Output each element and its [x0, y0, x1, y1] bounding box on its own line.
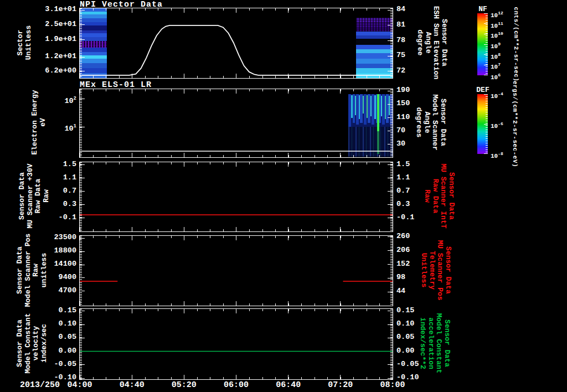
- p5-ytick-label: 0.15: [35, 306, 76, 315]
- p2-ytick-label: 110: [396, 113, 431, 122]
- nf-colorbar-tick-label: 1010: [491, 30, 503, 39]
- p1-ytick-label: 3.1e+01: [35, 5, 76, 14]
- colorbar-major-tick: [484, 23, 488, 24]
- colorbar-major-tick: [484, 94, 488, 95]
- p2-ytick-label: 30: [396, 140, 431, 148]
- p2-ytick-label: 70: [396, 126, 431, 135]
- colorbar-major-tick: [484, 124, 488, 125]
- def-colorbar: [477, 94, 488, 154]
- p3-ytick-label: 1.5: [35, 160, 76, 169]
- panel-mu-scanner-30v: [79, 162, 393, 232]
- axis-label-line: Sensor Data: [16, 313, 24, 373]
- nf-colorbar-tick-label: 1011: [491, 20, 503, 29]
- axis-label-line: Sensor Data: [18, 163, 27, 228]
- x-tick-label: 04:00: [56, 380, 103, 390]
- p5-ytick-label: 0.05: [396, 333, 431, 342]
- x-tick-label: 05:20: [161, 380, 207, 390]
- p4-ytick-label: 260: [396, 232, 431, 241]
- p5-ytick-label: 0.10: [396, 319, 431, 328]
- p1-ytick-label: 72: [396, 66, 431, 75]
- x-tick-label: 06:00: [213, 380, 260, 390]
- colorbar-major-tick: [484, 65, 488, 65]
- axis-label-line: Sensor Data: [439, 94, 447, 150]
- p1-ytick-label: 1.9e+01: [35, 35, 76, 44]
- p4-series-layer: [80, 236, 393, 306]
- axis-label-line: Sensor Data: [16, 234, 24, 307]
- axis-label-line: ESH Sun Elevation: [432, 6, 440, 80]
- nf-colorbar: [477, 13, 488, 75]
- x-tick-label: 06:40: [265, 380, 312, 390]
- p4-ytick-label: 152: [396, 260, 431, 269]
- axis-label-line: MU Scanner Pos: [436, 240, 444, 300]
- p5-ytick-label: 0.05: [35, 333, 76, 342]
- axis-label-line: Sensor Data: [444, 240, 452, 300]
- p2-ytick-label: 101: [35, 122, 76, 133]
- p3-ytick-label: 0.7: [396, 187, 431, 195]
- axis-label-line: Sensor Data: [443, 313, 451, 373]
- p1-series-layer: [80, 8, 393, 78]
- panel1-title: NPI Vector Data: [80, 0, 163, 9]
- p3-ytick-label: 1.1: [35, 173, 76, 182]
- p3-ytick-label: 0.7: [35, 187, 76, 195]
- x-tick-label: 08:00: [369, 380, 416, 390]
- p1-ytick-label: 84: [396, 5, 431, 14]
- nf-colorbar-tick-label: 109: [491, 41, 501, 50]
- axis-label-line: Raw: [32, 234, 40, 307]
- p2-ytick-label: 190: [396, 86, 431, 95]
- p5-series-layer: [80, 309, 393, 379]
- p1-ytick-label: 6.2e+00: [35, 66, 76, 75]
- p1-ytick-label: 81: [396, 20, 431, 29]
- axis-label-line: Model Constant: [435, 313, 443, 373]
- def-colorbar-unit: ergs/(cm**2-sr-sec-eV): [511, 81, 519, 167]
- axis-label-line: MU Scanner IntT: [439, 163, 447, 228]
- p4-ytick-label: 18800: [35, 246, 76, 255]
- axis-label-line: Sensor Data: [447, 163, 456, 228]
- colorbar-major-tick: [484, 54, 488, 55]
- p3-ytick-label: 1.5: [396, 160, 431, 169]
- x-tick-label: 04:40: [109, 380, 155, 390]
- p5-ytick-label: 0.00: [35, 347, 76, 355]
- unit-text: cnts/(cm**2-sr-sec): [512, 7, 520, 82]
- p3-ytick-label: -0.1: [396, 213, 431, 222]
- p5-ytick-label: -0.05: [35, 360, 76, 369]
- colorbar-major-tick: [484, 13, 488, 14]
- axis-label-line: Model Scanner: [431, 94, 439, 150]
- axis-label-line: Model Scanner Pos: [24, 234, 33, 307]
- axis-label-line: Sector: [17, 25, 25, 60]
- x-tick-label: 07:20: [317, 380, 364, 390]
- def-colorbar-tick-label: 10-8: [491, 151, 503, 159]
- axis-label-line: Unitless: [24, 25, 33, 60]
- p1-ytick-label: 1.2e+01: [35, 52, 76, 61]
- p5-ytick-label: -0.05: [396, 360, 431, 369]
- nf-colorbar-tick-label: 1012: [491, 10, 503, 19]
- panel-model-constant: [79, 308, 393, 380]
- colorbar-major-tick: [484, 153, 488, 154]
- axis-label-line: Sensor Data: [440, 6, 449, 80]
- p4-ytick-label: 14100: [35, 260, 76, 269]
- p3-series-layer: [80, 162, 393, 231]
- p4-ytick-label: 4700: [35, 286, 76, 295]
- axis-label-line: MU Scanner +30V: [27, 163, 35, 228]
- p3-ytick-label: 0.3: [396, 200, 431, 209]
- p2-ytick-label: 150: [396, 99, 431, 108]
- nf-colorbar-tick-label: 108: [491, 51, 501, 60]
- panel-els-spectrogram: [79, 89, 393, 158]
- p4-ytick-label: 9400: [35, 273, 76, 282]
- p4-ytick-label: 23500: [35, 233, 76, 242]
- plot-page: NPI Vector Data MEx ELS-01 LR Sector Uni…: [0, 0, 567, 392]
- p4-ytick-label: 206: [396, 246, 431, 255]
- panel-scanner-pos: [79, 235, 393, 306]
- p3-ytick-label: 0.3: [35, 200, 76, 209]
- axis-label-line: unitless: [40, 234, 49, 307]
- p1-ytick-label: 2.5e+01: [35, 20, 76, 29]
- nf-colorbar-unit: cnts/(cm**2-sr-sec): [512, 7, 520, 82]
- nf-colorbar-tick-label: 106: [491, 72, 501, 81]
- unit-text: ergs/(cm**2-sr-sec-eV): [511, 81, 519, 167]
- p2-ytick-label: 102: [35, 94, 76, 106]
- nf-colorbar-tick-label: 107: [491, 61, 501, 70]
- p1-ytick-label: 75: [396, 51, 431, 60]
- p5-ytick-label: 0.10: [35, 319, 76, 328]
- p4-ytick-label: 98: [396, 273, 431, 282]
- p4-ytick-label: 44: [396, 287, 431, 296]
- p5-ytick-label: 0.00: [396, 347, 431, 355]
